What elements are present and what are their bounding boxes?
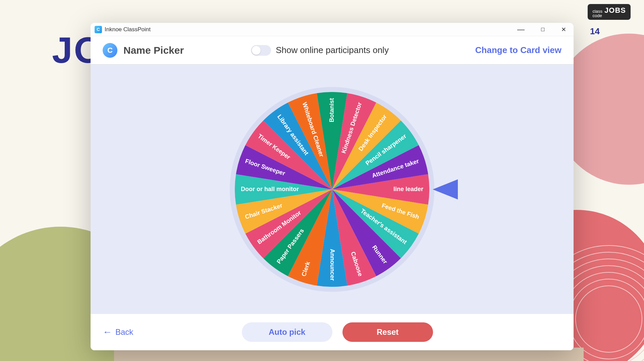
wheel-container: line leaderFeed the FishTeacher's assist… — [230, 87, 434, 292]
arrow-left-icon: ← — [103, 327, 112, 337]
page-title: Name Picker — [123, 45, 184, 56]
app-icon: C — [95, 26, 102, 33]
spinner-wheel[interactable]: line leaderFeed the FishTeacher's assist… — [235, 92, 429, 287]
toggle-knob — [252, 46, 261, 55]
participant-count: 14 — [590, 26, 600, 37]
wheel-slice-label: Botanist — [328, 98, 335, 122]
name-picker-window: C Inknoe ClassPoint — ☐ ✕ C Name Picker … — [91, 23, 574, 350]
footer: ← Back Auto pick Reset — [91, 314, 574, 350]
window-titlebar: C Inknoe ClassPoint — ☐ ✕ — [91, 23, 574, 36]
close-button[interactable]: ✕ — [558, 25, 570, 35]
change-view-button[interactable]: Change to Card view — [475, 45, 561, 55]
svg-marker-0 — [433, 179, 458, 199]
wheel-slice-label: Door or hall monitor — [241, 185, 299, 192]
class-code-label: class code — [592, 9, 602, 18]
wheel-area: line leaderFeed the FishTeacher's assist… — [91, 64, 574, 314]
back-label: Back — [115, 327, 133, 337]
maximize-button[interactable]: ☐ — [537, 26, 548, 34]
wheel-pointer-icon — [433, 178, 460, 201]
back-button[interactable]: ← Back — [103, 327, 133, 337]
online-only-toggle[interactable] — [251, 45, 271, 56]
toolbar: C Name Picker Show online participants o… — [91, 36, 574, 64]
class-code-chip: class code JOBS — [588, 4, 631, 20]
classpoint-logo-icon: C — [103, 43, 117, 58]
window-title: Inknoe ClassPoint — [105, 26, 151, 33]
reset-button[interactable]: Reset — [342, 322, 433, 342]
wheel-slice-label: Announcer — [329, 249, 336, 280]
online-only-label: Show online participants only — [276, 45, 389, 55]
minimize-button[interactable]: — — [514, 24, 528, 35]
wheel-slice-label: line leader — [393, 185, 423, 192]
class-code-value: JOBS — [604, 6, 626, 15]
autopick-button[interactable]: Auto pick — [242, 322, 332, 342]
